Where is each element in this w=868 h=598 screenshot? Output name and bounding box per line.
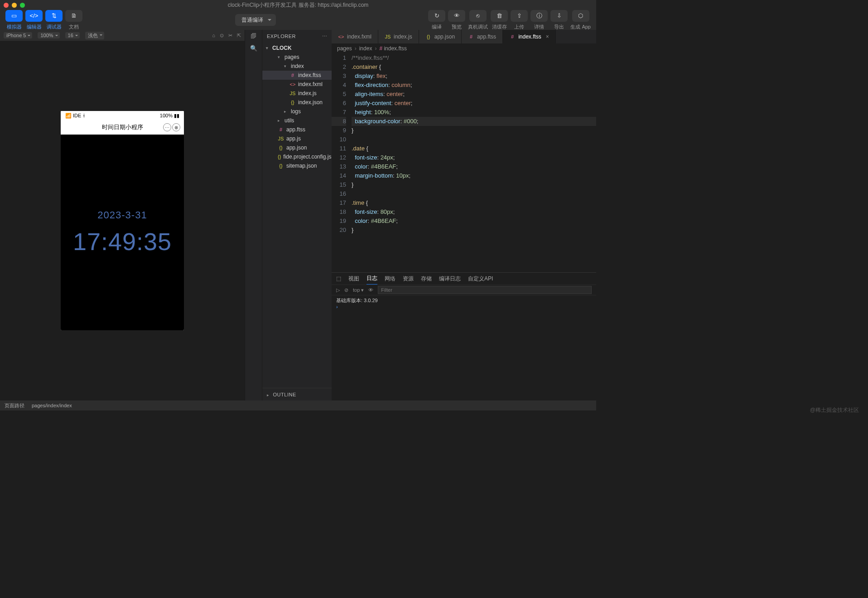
- file-index.json[interactable]: {}index.json: [262, 98, 332, 107]
- tab-index.ftss[interactable]: #index.ftss×: [503, 30, 556, 43]
- filter-input[interactable]: [378, 286, 592, 294]
- tab-app.json[interactable]: {}app.json: [419, 30, 462, 43]
- toolbar-生成 App[interactable]: ⬡: [572, 10, 589, 22]
- toolbar-label: 调试器: [47, 24, 62, 30]
- status-left: 📶 IDE ᚼ: [65, 113, 86, 119]
- activity-bar: 🗐 🔍: [245, 30, 262, 400]
- file-pages[interactable]: ▾pages: [262, 53, 332, 62]
- toolbar-上传[interactable]: ⇧: [511, 10, 528, 22]
- inspect-icon[interactable]: ⬚: [336, 275, 341, 282]
- close-icon[interactable]: ⊗: [172, 123, 180, 131]
- more-icon[interactable]: ⋯: [322, 34, 328, 39]
- file-app.ftss[interactable]: #app.ftss: [262, 125, 332, 134]
- status-right: 100% ▮▮: [160, 113, 179, 119]
- editor-pane: <>index.fxmlJSindex.js{}app.json#app.fts…: [332, 30, 596, 400]
- theme-select[interactable]: 浅色: [85, 32, 104, 39]
- console-tab-编译日志[interactable]: 编译日志: [439, 273, 461, 285]
- toolbar-文档[interactable]: 🗎: [65, 10, 82, 22]
- toggle-icon[interactable]: ▷: [336, 287, 340, 293]
- main-toolbar: ▭模拟器</>编辑器⇅调试器🗎文档 普通编译 ↻编译👁预览⎋真机调试🗑清缓存⇧上…: [0, 10, 596, 30]
- tab-app.ftss[interactable]: #app.ftss: [462, 30, 503, 43]
- toolbar-label: 导出: [554, 24, 564, 30]
- console-tab-日志[interactable]: 日志: [366, 273, 377, 285]
- console-line: 基础库版本: 3.0.29: [336, 297, 592, 304]
- phone-statusbar: 📶 IDE ᚼ 100% ▮▮: [61, 111, 184, 120]
- font-select[interactable]: 16: [65, 32, 80, 39]
- status-page-path[interactable]: pages/index/index: [32, 403, 72, 408]
- console-tab-存储[interactable]: 存储: [421, 273, 432, 285]
- titlebar: clock-FinClip小程序开发工具 服务器: https://api.fi…: [0, 0, 596, 10]
- watermark: @稀土掘金技术社区: [810, 406, 859, 414]
- breadcrumb[interactable]: pages›index›# index.ftss: [332, 43, 596, 53]
- zoom-select[interactable]: 100%: [38, 32, 59, 39]
- file-app.js[interactable]: JSapp.js: [262, 134, 332, 143]
- toolbar-真机调试[interactable]: ⎋: [469, 10, 487, 22]
- console-prompt[interactable]: ›: [336, 304, 592, 309]
- toolbar-模拟器[interactable]: ▭: [5, 10, 23, 22]
- toolbar-label: 上传: [514, 24, 524, 30]
- search-icon[interactable]: 🔍: [250, 45, 257, 52]
- clock-time: 17:49:35: [73, 227, 172, 256]
- console-tab-视图[interactable]: 视图: [348, 273, 359, 285]
- eye-icon[interactable]: 👁: [368, 287, 373, 293]
- simulator-header: iPhone 5 100% 16 浅色 ⌂ ⊙ ✂ ⇱: [0, 30, 245, 41]
- toolbar-预览[interactable]: 👁: [448, 10, 465, 22]
- file-app.json[interactable]: {}app.json: [262, 143, 332, 152]
- toolbar-导出[interactable]: ⇩: [550, 10, 568, 22]
- outline-header[interactable]: ▸ OUTLINE: [267, 392, 296, 397]
- phone-nav: 时间日期小程序 ⋯ ⊗: [61, 120, 184, 135]
- toolbar-label: 生成 App: [570, 24, 591, 30]
- clock-date: 2023-3-31: [97, 209, 147, 221]
- toolbar-清缓存[interactable]: 🗑: [491, 10, 508, 22]
- file-utils[interactable]: ▸utils: [262, 116, 332, 125]
- toolbar-label: 模拟器: [7, 24, 22, 30]
- code-editor[interactable]: 1234567891011121314151617181920 /**index…: [332, 53, 596, 272]
- home-icon[interactable]: ⌂: [212, 33, 215, 39]
- toolbar-调试器[interactable]: ⇅: [45, 10, 63, 22]
- close-icon[interactable]: ×: [546, 34, 549, 40]
- breadcrumb-seg[interactable]: # index.ftss: [379, 45, 407, 52]
- tab-index.fxml[interactable]: <>index.fxml: [332, 30, 378, 43]
- file-sitemap.json[interactable]: {}sitemap.json: [262, 161, 332, 170]
- console-panel: ⬚ 视图日志网络资源存储编译日志自定义API ▷ ⊘ top ▾ 👁 基础库版本…: [332, 272, 596, 400]
- explorer-panel: EXPLORER ⋯ ▾CLOCK ▾pages▾index#index.fts…: [262, 30, 332, 400]
- location-icon[interactable]: ⊙: [220, 33, 224, 39]
- cut-icon[interactable]: ✂: [228, 33, 232, 39]
- tab-index.js[interactable]: JSindex.js: [378, 30, 419, 43]
- file-index.js[interactable]: JSindex.js: [262, 89, 332, 98]
- file-index[interactable]: ▾index: [262, 62, 332, 71]
- compile-mode-select[interactable]: 普通编译: [235, 14, 276, 26]
- file-fide.project.config.json[interactable]: {}fide.project.config.json: [262, 152, 332, 161]
- explorer-icon[interactable]: 🗐: [251, 33, 256, 39]
- toolbar-详情[interactable]: ⓘ: [530, 10, 548, 22]
- file-logs[interactable]: ▸logs: [262, 107, 332, 116]
- project-root[interactable]: ▾CLOCK: [262, 43, 332, 53]
- toolbar-编译[interactable]: ↻: [428, 10, 445, 22]
- more-icon[interactable]: ⋯: [163, 123, 171, 131]
- window-title: clock-FinClip小程序开发工具 服务器: https://api.fi…: [0, 1, 596, 9]
- console-tab-资源[interactable]: 资源: [403, 273, 414, 285]
- toolbar-label: 清缓存: [492, 24, 507, 30]
- breadcrumb-seg[interactable]: index: [359, 45, 372, 52]
- toolbar-label: 文档: [69, 24, 79, 30]
- clear-icon[interactable]: ⊘: [344, 287, 348, 293]
- editor-tabs: <>index.fxmlJSindex.js{}app.json#app.fts…: [332, 30, 596, 43]
- toolbar-label: 真机调试: [468, 24, 488, 30]
- float-icon[interactable]: ⇱: [237, 33, 241, 39]
- nav-title: 时间日期小程序: [102, 123, 143, 131]
- console-tab-自定义API[interactable]: 自定义API: [468, 273, 493, 285]
- phone-content: 2023-3-31 17:49:35: [61, 135, 184, 330]
- file-index.fxml[interactable]: <>index.fxml: [262, 80, 332, 89]
- explorer-header: EXPLORER: [267, 34, 296, 39]
- simulator-pane: iPhone 5 100% 16 浅色 ⌂ ⊙ ✂ ⇱ 📶 IDE ᚼ 100%…: [0, 30, 245, 400]
- context-select[interactable]: top ▾: [353, 287, 364, 293]
- file-index.ftss[interactable]: #index.ftss: [262, 71, 332, 80]
- phone-preview: 📶 IDE ᚼ 100% ▮▮ 时间日期小程序 ⋯ ⊗ 2023-3-31 17…: [61, 111, 184, 330]
- toolbar-label: 详情: [534, 24, 544, 30]
- device-select[interactable]: iPhone 5: [4, 32, 32, 39]
- console-tab-网络[interactable]: 网络: [385, 273, 395, 285]
- toolbar-编辑器[interactable]: </>: [25, 10, 43, 22]
- toolbar-label: 预览: [452, 24, 462, 30]
- status-page-path-label[interactable]: 页面路径: [5, 402, 24, 409]
- breadcrumb-seg[interactable]: pages: [337, 45, 352, 52]
